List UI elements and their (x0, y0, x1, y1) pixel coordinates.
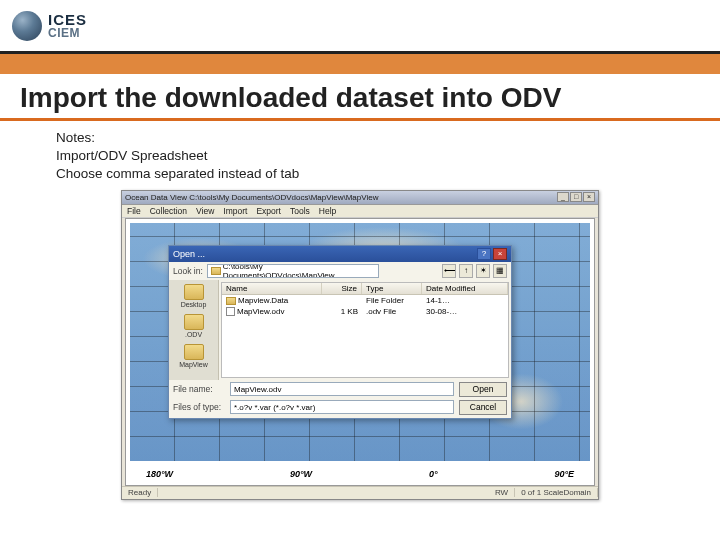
place-item[interactable]: Desktop (171, 284, 216, 308)
place-item[interactable]: .ODV (171, 314, 216, 338)
list-header: Name Size Type Date Modified (222, 283, 508, 295)
lookin-label: Look in: (173, 266, 203, 276)
new-folder-icon[interactable]: ✶ (476, 264, 490, 278)
folder-icon (211, 267, 221, 275)
notes-block: Notes: Import/ODV Spreadsheet Choose com… (0, 121, 720, 190)
col-name[interactable]: Name (222, 283, 322, 294)
orange-band (0, 54, 720, 74)
menu-item[interactable]: File (127, 206, 141, 216)
ices-logo-text: ICES CIEM (48, 12, 87, 39)
toolbar-icons: ⟵ ↑ ✶ ▦ (442, 264, 507, 278)
menu-item[interactable]: Export (256, 206, 281, 216)
folder-icon (226, 297, 236, 305)
filename-field[interactable]: MapView.odv (230, 382, 454, 396)
list-item[interactable]: MapView.odv 1 KB .odv File 30-08-… (222, 306, 508, 317)
notes-line: Notes: (56, 129, 720, 147)
view-menu-icon[interactable]: ▦ (493, 264, 507, 278)
title-bar: Import the downloaded dataset into ODV (0, 74, 720, 121)
x-axis-labels: 180°W 90°W 0° 90°E (146, 469, 574, 479)
statusbar: Ready RW 0 of 1 ScaleDomain (122, 486, 598, 499)
filetype-label: Files of type: (173, 402, 225, 412)
help-button[interactable]: ? (477, 248, 491, 260)
close-button[interactable]: × (583, 192, 595, 202)
folder-icon (184, 314, 204, 330)
axis-tick: 0° (429, 469, 438, 479)
screenshot-wrap: Ocean Data View C:\tools\My Documents\OD… (0, 190, 720, 500)
logo-top: ICES (48, 12, 87, 27)
open-button[interactable]: Open (459, 382, 507, 397)
slide-header: ICES CIEM (0, 0, 720, 54)
filename-label: File name: (173, 384, 225, 394)
minimize-button[interactable]: _ (557, 192, 569, 202)
menu-item[interactable]: Collection (150, 206, 187, 216)
status-left: Ready (122, 488, 158, 497)
menu-item[interactable]: Help (319, 206, 336, 216)
ices-globe-icon (12, 11, 42, 41)
col-type[interactable]: Type (362, 283, 422, 294)
slide-title: Import the downloaded dataset into ODV (20, 82, 700, 114)
status-right: 0 of 1 ScaleDomain (515, 488, 598, 497)
places-bar: Desktop .ODV MapView (169, 280, 219, 380)
dialog-titlebar[interactable]: Open ... ? × (169, 246, 511, 262)
logo-bottom: CIEM (48, 27, 87, 39)
menu-item[interactable]: View (196, 206, 214, 216)
cancel-button[interactable]: Cancel (459, 400, 507, 415)
dialog-title-text: Open ... (173, 249, 477, 259)
lookin-path: C:\tools\My Documents\ODVdocs\MapView (223, 264, 375, 278)
notes-line: Choose comma separated instead of tab (56, 165, 720, 183)
open-file-dialog: Open ... ? × Look in: C:\tools\My Docume… (168, 245, 512, 419)
dialog-footer: File name: MapView.odv Open Files of typ… (169, 380, 511, 418)
menu-item[interactable]: Tools (290, 206, 310, 216)
file-list[interactable]: Name Size Type Date Modified Mapview.Dat… (221, 282, 509, 378)
lookin-dropdown[interactable]: C:\tools\My Documents\ODVdocs\MapView (207, 264, 379, 278)
axis-tick: 90°E (554, 469, 574, 479)
status-mid: RW (489, 488, 515, 497)
col-date[interactable]: Date Modified (422, 283, 508, 294)
list-item[interactable]: Mapview.Data File Folder 14-1… (222, 295, 508, 306)
place-item[interactable]: MapView (171, 344, 216, 368)
up-icon[interactable]: ↑ (459, 264, 473, 278)
menu-item[interactable]: Import (223, 206, 247, 216)
axis-tick: 90°W (290, 469, 312, 479)
odv-application-window: Ocean Data View C:\tools\My Documents\OD… (121, 190, 599, 500)
folder-icon (184, 344, 204, 360)
back-icon[interactable]: ⟵ (442, 264, 456, 278)
axis-tick: 180°W (146, 469, 173, 479)
notes-line: Import/ODV Spreadsheet (56, 147, 720, 165)
window-buttons: _ □ × (557, 192, 595, 202)
filetype-dropdown[interactable]: *.o?v *.var (*.o?v *.var) (230, 400, 454, 414)
dialog-body: Desktop .ODV MapView Name Size (169, 280, 511, 380)
file-icon (226, 307, 235, 316)
dialog-toolbar: Look in: C:\tools\My Documents\ODVdocs\M… (169, 262, 511, 280)
window-title-text: Ocean Data View C:\tools\My Documents\OD… (125, 193, 557, 202)
maximize-button[interactable]: □ (570, 192, 582, 202)
window-titlebar[interactable]: Ocean Data View C:\tools\My Documents\OD… (122, 191, 598, 205)
menubar[interactable]: File Collection View Import Export Tools… (122, 205, 598, 218)
col-size[interactable]: Size (322, 283, 362, 294)
folder-icon (184, 284, 204, 300)
dialog-close-button[interactable]: × (493, 248, 507, 260)
